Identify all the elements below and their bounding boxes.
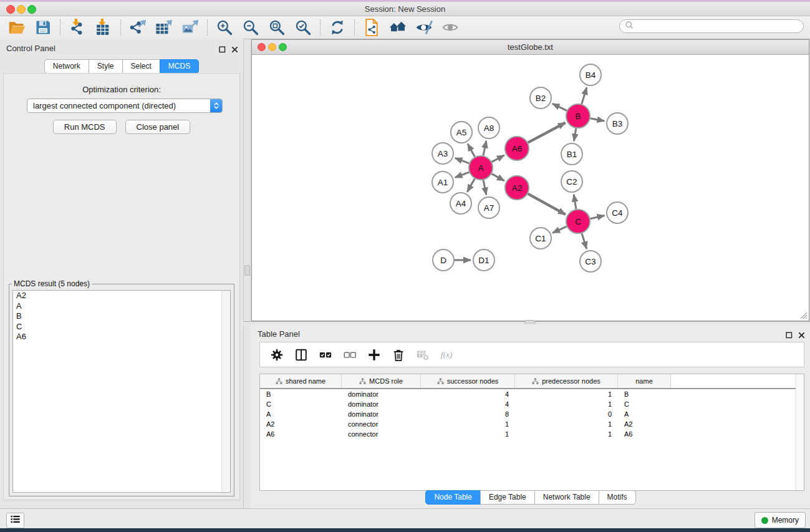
result-item[interactable]: A6 bbox=[13, 332, 230, 342]
edge-A-A6[interactable] bbox=[492, 155, 504, 162]
cell[interactable]: C bbox=[618, 400, 671, 408]
table-tab-motifs[interactable]: Motifs bbox=[599, 490, 636, 505]
cell[interactable]: A6 bbox=[618, 430, 671, 438]
edge-B-B2[interactable] bbox=[552, 104, 567, 110]
cell[interactable]: A2 bbox=[618, 420, 671, 428]
column-header-shared-name[interactable]: shared name bbox=[260, 374, 342, 388]
import-network-icon[interactable] bbox=[68, 18, 87, 37]
cell[interactable]: connector bbox=[342, 430, 421, 438]
edge-A2-C[interactable] bbox=[528, 194, 566, 215]
table-row[interactable]: A6connector11A6 bbox=[260, 429, 804, 439]
edge-B-B1[interactable] bbox=[574, 128, 576, 142]
node-B2[interactable]: B2 bbox=[530, 87, 551, 109]
float-panel-icon[interactable] bbox=[786, 330, 793, 341]
table-tab-edge-table[interactable]: Edge Table bbox=[480, 490, 535, 505]
search-box[interactable] bbox=[619, 19, 804, 33]
node-B4[interactable]: B4 bbox=[580, 64, 601, 85]
node-C[interactable]: C bbox=[566, 210, 590, 233]
node-A7[interactable]: A7 bbox=[478, 197, 499, 218]
result-item[interactable]: B bbox=[13, 311, 230, 322]
cell[interactable]: A2 bbox=[260, 420, 342, 428]
node-A1[interactable]: A1 bbox=[432, 172, 453, 193]
table-row[interactable]: Cdominator41C bbox=[260, 399, 804, 409]
save-session-icon[interactable] bbox=[34, 18, 52, 37]
cell[interactable]: 1 bbox=[421, 430, 515, 438]
cell[interactable]: 0 bbox=[515, 410, 618, 418]
node-C4[interactable]: C4 bbox=[607, 202, 628, 223]
node-A3[interactable]: A3 bbox=[432, 143, 453, 164]
column-header-predecessor-nodes[interactable]: predecessor nodes bbox=[515, 374, 618, 388]
cell[interactable]: 1 bbox=[515, 390, 618, 398]
node-D1[interactable]: D1 bbox=[473, 249, 494, 271]
resize-grip-icon[interactable] bbox=[799, 311, 808, 319]
import-table-icon[interactable] bbox=[94, 18, 113, 37]
cell[interactable]: B bbox=[618, 390, 671, 398]
cell[interactable]: 1 bbox=[515, 400, 618, 408]
network-canvas[interactable]: B4B2BB3A8A5A6A3B1AA1C2A2A4A7C4CC1C3DD1 bbox=[252, 55, 809, 321]
table-row[interactable]: A2connector11A2 bbox=[260, 419, 804, 429]
edge-A-A3[interactable] bbox=[455, 158, 470, 163]
node-B[interactable]: B bbox=[566, 104, 590, 128]
cell[interactable]: C bbox=[260, 400, 342, 408]
cell[interactable]: 4 bbox=[421, 400, 515, 408]
table-row[interactable]: Adominator80A bbox=[260, 409, 804, 419]
edge-A6-B[interactable] bbox=[528, 123, 566, 143]
tab-mcds[interactable]: MCDS bbox=[160, 59, 199, 74]
zoom-out-icon[interactable] bbox=[241, 18, 260, 37]
task-history-button[interactable] bbox=[6, 513, 24, 528]
edge-A-A7[interactable] bbox=[483, 180, 486, 195]
table-scrollbar[interactable] bbox=[796, 374, 804, 490]
search-input[interactable] bbox=[637, 21, 798, 31]
cell[interactable]: dominator bbox=[342, 390, 421, 398]
edge-A-A1[interactable] bbox=[455, 172, 470, 178]
edge-A-A8[interactable] bbox=[483, 141, 486, 156]
result-scrollbar[interactable] bbox=[221, 291, 230, 492]
node-A5[interactable]: A5 bbox=[451, 122, 472, 143]
column-header-MCDS-role[interactable]: MCDS role bbox=[342, 374, 421, 388]
hide-graphics-details-icon[interactable] bbox=[415, 18, 433, 37]
node-C1[interactable]: C1 bbox=[530, 228, 551, 249]
memory-button[interactable]: Memory bbox=[755, 512, 806, 528]
table-tab-network-table[interactable]: Network Table bbox=[534, 490, 599, 505]
cell[interactable]: 1 bbox=[515, 430, 618, 438]
select-all-icon[interactable] bbox=[319, 348, 332, 362]
open-file-icon[interactable] bbox=[7, 18, 26, 37]
network-graph[interactable]: B4B2BB3A8A5A6A3B1AA1C2A2A4A7C4CC1C3DD1 bbox=[252, 55, 809, 321]
node-B1[interactable]: B1 bbox=[561, 143, 582, 165]
cell[interactable]: A bbox=[260, 410, 342, 418]
node-A[interactable]: A bbox=[469, 156, 493, 180]
result-item[interactable]: A bbox=[13, 301, 230, 312]
node-A2[interactable]: A2 bbox=[505, 176, 529, 200]
node-A8[interactable]: A8 bbox=[478, 117, 499, 138]
network-window-titlebar[interactable]: testGlobe.txt bbox=[252, 40, 809, 55]
vertical-splitter-handle[interactable] bbox=[244, 265, 250, 276]
cell[interactable]: dominator bbox=[342, 400, 421, 408]
float-panel-icon[interactable] bbox=[219, 44, 226, 56]
criterion-select[interactable]: largest connected component (directed) bbox=[27, 99, 223, 113]
edge-A-A2[interactable] bbox=[492, 174, 504, 181]
zoom-fit-icon[interactable] bbox=[268, 18, 286, 37]
network-from-file-icon[interactable] bbox=[362, 18, 381, 37]
columns-icon[interactable] bbox=[294, 348, 308, 362]
refresh-network-icon[interactable] bbox=[328, 18, 347, 37]
edge-A-A5[interactable] bbox=[468, 143, 475, 157]
edge-C-C2[interactable] bbox=[574, 195, 576, 209]
node-A6[interactable]: A6 bbox=[505, 137, 529, 160]
home-icon[interactable] bbox=[388, 18, 407, 37]
edge-B-B3[interactable] bbox=[591, 118, 605, 121]
add-icon[interactable] bbox=[367, 348, 381, 362]
run-mcds-button[interactable]: Run MCDS bbox=[53, 120, 117, 134]
table-tab-node-table[interactable]: Node Table bbox=[425, 490, 481, 505]
tab-select[interactable]: Select bbox=[122, 59, 160, 74]
close-panel-icon[interactable] bbox=[798, 330, 805, 341]
close-panel-icon[interactable] bbox=[231, 44, 238, 56]
edge-A-A4[interactable] bbox=[467, 178, 475, 191]
delete-icon[interactable] bbox=[392, 348, 405, 362]
zoom-selected-icon[interactable] bbox=[294, 18, 312, 37]
node-B3[interactable]: B3 bbox=[607, 113, 628, 134]
result-item[interactable]: C bbox=[13, 322, 230, 332]
tab-network[interactable]: Network bbox=[44, 59, 89, 74]
node-D[interactable]: D bbox=[433, 249, 454, 271]
cell[interactable]: A bbox=[618, 410, 671, 418]
deselect-all-icon[interactable] bbox=[343, 348, 357, 362]
